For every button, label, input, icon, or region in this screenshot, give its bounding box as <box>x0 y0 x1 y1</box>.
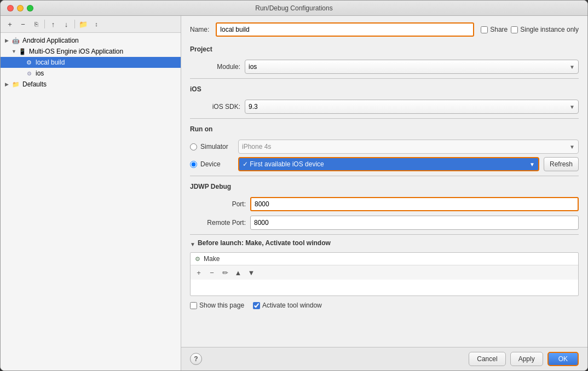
copy-config-button[interactable]: ⎘ <box>30 18 42 30</box>
device-radio-label[interactable]: Device <box>190 160 234 168</box>
simulator-row: Simulator iPhone 4s ▼ <box>190 140 579 154</box>
cancel-button[interactable]: Cancel <box>469 352 505 366</box>
maximize-button[interactable] <box>27 5 33 11</box>
module-select[interactable]: ios ▼ <box>245 60 579 74</box>
tree-label-android: Android Application <box>22 37 79 44</box>
share-area: Share Single instance only <box>481 26 579 33</box>
window-controls <box>7 5 33 11</box>
remote-port-label: Remote Port: <box>190 219 250 227</box>
single-instance-checkbox[interactable] <box>511 26 518 33</box>
toolbar-separator-2 <box>74 20 75 28</box>
apply-button[interactable]: Apply <box>510 352 543 366</box>
sort-button[interactable]: ↕ <box>90 18 102 30</box>
before-launch-up-button[interactable]: ▲ <box>232 266 244 279</box>
project-section-row: Project <box>190 43 579 56</box>
remote-port-row: Remote Port: <box>190 216 579 230</box>
before-launch-edit-button[interactable]: ✏ <box>219 266 231 279</box>
module-value: ios <box>249 63 257 71</box>
before-launch-toolbar: + − ✏ ▲ ▼ <box>191 265 578 280</box>
ios-sdk-select[interactable]: 9.3 ▼ <box>245 100 579 114</box>
action-buttons: Cancel Apply OK <box>469 352 579 366</box>
ios-sdk-value: 9.3 <box>249 103 258 111</box>
before-launch-remove-button[interactable]: − <box>206 266 218 279</box>
simulator-select[interactable]: iPhone 4s ▼ <box>238 140 579 154</box>
folder-icon-multios: 📱 <box>18 47 27 56</box>
name-row: Name: Share Single instance only <box>190 22 579 37</box>
collapse-arrow-icon: ▼ <box>190 241 195 247</box>
module-label: Module: <box>190 63 245 71</box>
expand-arrow-multios: ▼ <box>11 49 17 54</box>
move-up-button[interactable]: ↑ <box>47 18 59 30</box>
before-launch-down-button[interactable]: ▼ <box>245 266 257 279</box>
ios-section-row: iOS <box>190 83 579 96</box>
before-launch-header: Before launch: Make, Activate tool windo… <box>198 239 331 247</box>
device-row: Device ✓ First available iOS device ▼ Re… <box>190 157 579 171</box>
tree-item-ios[interactable]: ⚙ ios <box>1 68 181 79</box>
left-panel: + − ⎘ ↑ ↓ 📁 ↕ ▶ 🤖 Android Application <box>1 16 181 370</box>
tree-item-multios[interactable]: ▼ 📱 Multi-OS Engine iOS Application <box>1 46 181 57</box>
before-launch-header-row: ▼ Before launch: Make, Activate tool win… <box>190 239 579 249</box>
activate-tool-label: Activate tool window <box>262 302 322 309</box>
tree-item-android-application[interactable]: ▶ 🤖 Android Application <box>1 35 181 46</box>
right-content: Name: Share Single instance only <box>181 16 587 347</box>
show-page-checkbox[interactable] <box>190 302 197 309</box>
device-select[interactable]: ✓ First available iOS device ▼ <box>238 157 539 171</box>
single-instance-checkbox-label[interactable]: Single instance only <box>511 26 579 33</box>
activate-tool-checkbox-label[interactable]: Activate tool window <box>253 302 322 309</box>
remote-port-input[interactable] <box>250 216 579 230</box>
tree-label-ios: ios <box>36 69 44 77</box>
config-tree: ▶ 🤖 Android Application ▼ 📱 Multi-OS Eng… <box>1 33 181 370</box>
move-down-button[interactable]: ↓ <box>60 18 72 30</box>
ios-section-header: iOS <box>190 85 201 93</box>
simulator-select-arrow: ▼ <box>569 144 575 150</box>
share-label: Share <box>490 26 508 33</box>
tree-item-defaults[interactable]: ▶ 📁 Defaults <box>1 79 181 90</box>
name-label: Name: <box>190 26 209 33</box>
toolbar-separator <box>44 20 45 28</box>
main-content: + − ⎘ ↑ ↓ 📁 ↕ ▶ 🤖 Android Application <box>1 16 587 370</box>
tree-item-local-build[interactable]: ⚙ local build <box>1 57 181 68</box>
help-button[interactable]: ? <box>190 353 202 365</box>
make-label: Make <box>204 255 220 263</box>
show-page-label: Show this page <box>199 302 244 309</box>
folder-icon-defaults: 📁 <box>11 80 20 89</box>
left-toolbar: + − ⎘ ↑ ↓ 📁 ↕ <box>1 16 181 33</box>
ios-sdk-row: iOS SDK: 9.3 ▼ <box>190 100 579 114</box>
section-divider-1 <box>190 78 579 79</box>
jdwp-section-row: JDWP Debug <box>190 181 579 194</box>
port-label: Port: <box>190 200 250 208</box>
remove-config-button[interactable]: − <box>17 18 29 30</box>
section-divider-4 <box>190 234 579 235</box>
activate-tool-checkbox[interactable] <box>253 302 260 309</box>
name-input[interactable] <box>216 22 474 37</box>
expand-arrow-android: ▶ <box>5 38 10 43</box>
module-row: Module: ios ▼ <box>190 60 579 74</box>
folder-button[interactable]: 📁 <box>77 18 89 30</box>
ios-sdk-label: iOS SDK: <box>190 103 245 111</box>
add-config-button[interactable]: + <box>4 18 16 30</box>
device-value: ✓ First available iOS device <box>243 160 324 168</box>
bottom-bar: ? Cancel Apply OK <box>181 347 587 370</box>
before-launch-area: ⚙ Make + − ✏ ▲ ▼ <box>190 252 579 296</box>
ok-button[interactable]: OK <box>547 352 579 366</box>
simulator-radio[interactable] <box>190 143 197 150</box>
tree-label-local: local build <box>36 59 65 66</box>
before-launch-add-button[interactable]: + <box>193 266 205 279</box>
before-launch-item-make: ⚙ Make <box>191 253 578 265</box>
ios-sdk-select-arrow: ▼ <box>569 104 575 110</box>
port-input[interactable] <box>250 197 579 211</box>
device-label: Device <box>200 160 221 168</box>
refresh-button[interactable]: Refresh <box>544 157 579 171</box>
simulator-radio-label[interactable]: Simulator <box>190 143 234 150</box>
show-page-checkbox-label[interactable]: Show this page <box>190 302 244 309</box>
device-radio[interactable] <box>190 161 197 168</box>
right-panel: Name: Share Single instance only <box>181 16 587 370</box>
make-icon: ⚙ <box>195 256 200 263</box>
run-debug-dialog: Run/Debug Configurations + − ⎘ ↑ ↓ 📁 ↕ ▶ <box>0 0 588 371</box>
share-checkbox[interactable] <box>481 26 488 33</box>
module-select-arrow: ▼ <box>569 64 575 70</box>
share-checkbox-label[interactable]: Share <box>481 26 508 33</box>
minimize-button[interactable] <box>17 5 24 11</box>
close-button[interactable] <box>7 5 14 11</box>
single-instance-label: Single instance only <box>520 26 579 33</box>
